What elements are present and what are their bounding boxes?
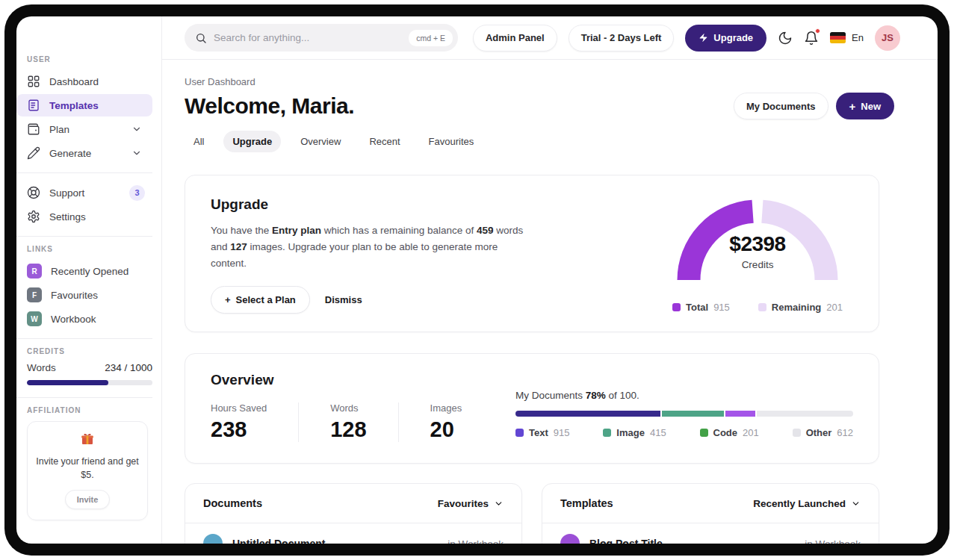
- dark-mode-toggle[interactable]: [778, 31, 793, 46]
- upgrade-card: Upgrade You have the Entry plan which ha…: [185, 175, 879, 332]
- template-avatar: [560, 534, 580, 544]
- legend-swatch: [603, 429, 611, 437]
- upgrade-card-actions: + Select a Plan Dismiss: [211, 286, 533, 314]
- sidebar-link-recently-opened[interactable]: R Recently Opened: [16, 260, 152, 282]
- plus-icon: +: [225, 294, 231, 305]
- language-label: En: [852, 32, 864, 43]
- documents-filter-dropdown[interactable]: Favourites: [438, 498, 504, 509]
- credits-value: 234 / 1000: [105, 362, 152, 373]
- document-lines-icon: [27, 99, 40, 112]
- stacked-progress-bar: [515, 411, 853, 417]
- sidebar-section-links: LINKS: [16, 245, 152, 253]
- templates-card: Templates Recently Launched Blog Post Ti…: [542, 483, 879, 544]
- sidebar-divider: [16, 397, 152, 398]
- title-row: Welcome, Maria. My Documents + New: [185, 93, 894, 119]
- legend-item-text: Text 915: [515, 427, 569, 438]
- gauge-value: $2398: [675, 232, 840, 256]
- link-initial-badge: W: [27, 311, 42, 326]
- legend-item-code: Code 201: [700, 427, 759, 438]
- sidebar-section-credits: CREDITS: [16, 347, 152, 355]
- sidebar-item-label: Workbook: [51, 314, 96, 325]
- sidebar-item-label: Templates: [49, 100, 99, 111]
- sidebar-item-label: Support: [49, 187, 84, 199]
- sidebar-link-favourites[interactable]: F Favourites: [16, 284, 152, 306]
- template-list-item[interactable]: Blog Post Title in Workbook: [542, 523, 879, 544]
- bar-segment-text: [515, 411, 660, 417]
- sidebar-item-generate[interactable]: Generate: [16, 142, 152, 164]
- chevron-down-icon: [130, 148, 143, 158]
- sidebar-item-plan[interactable]: Plan: [16, 118, 152, 140]
- tab-recent[interactable]: Recent: [360, 131, 409, 152]
- main-area: cmd + E Admin Panel Trial - 2 Days Left …: [162, 16, 938, 544]
- grid-icon: [27, 75, 40, 88]
- search-input[interactable]: [214, 32, 402, 43]
- bar-segment-other: [757, 411, 853, 417]
- upgrade-button[interactable]: Upgrade: [685, 25, 766, 52]
- trial-status-button[interactable]: Trial - 2 Days Left: [569, 25, 675, 52]
- topbar-right-group: Admin Panel Trial - 2 Days Left Upgrade …: [473, 25, 900, 52]
- sidebar-item-label: Generate: [49, 148, 91, 159]
- sidebar-item-support[interactable]: Support 3: [16, 181, 152, 204]
- sidebar: USER Dashboard Templates Plan Generate S…: [16, 16, 162, 544]
- invite-button[interactable]: Invite: [65, 490, 111, 509]
- overview-card-title: Overview: [211, 372, 493, 388]
- sidebar-link-workbook[interactable]: W Workbook: [16, 308, 152, 330]
- templates-card-header: Templates Recently Launched: [542, 484, 879, 523]
- gauge-chart: $2398 Credits: [675, 196, 840, 292]
- document-avatar: [203, 534, 223, 544]
- legend-item-image: Image 415: [603, 427, 666, 438]
- sidebar-item-dashboard[interactable]: Dashboard: [16, 70, 152, 93]
- documents-card-title: Documents: [203, 497, 262, 509]
- stat-words: Words 128: [298, 402, 397, 442]
- stat-hours-saved: Hours Saved 238: [211, 402, 298, 442]
- gauge-center: $2398 Credits: [675, 232, 840, 270]
- chevron-down-icon: [851, 499, 861, 508]
- select-plan-button[interactable]: + Select a Plan: [211, 286, 310, 314]
- sidebar-item-label: Dashboard: [49, 76, 99, 87]
- moon-icon: [778, 31, 793, 46]
- sidebar-section-affiliation: AFFILIATION: [16, 406, 152, 414]
- sidebar-item-label: Recently Opened: [51, 266, 128, 277]
- sidebar-item-label: Favourites: [51, 290, 98, 301]
- tab-overview[interactable]: Overview: [291, 131, 350, 152]
- credits-gauge: $2398 Credits Total 915 Remaining: [672, 196, 843, 314]
- upgrade-card-body: Upgrade You have the Entry plan which ha…: [211, 196, 533, 314]
- dismiss-button[interactable]: Dismiss: [325, 294, 362, 305]
- tab-upgrade[interactable]: Upgrade: [223, 131, 281, 152]
- credits-words-row: Words 234 / 1000: [16, 362, 152, 373]
- credits-label: Words: [27, 362, 56, 373]
- new-button-label: New: [861, 101, 881, 112]
- document-list-item[interactable]: Untitled Document in Workbook: [185, 523, 521, 544]
- upgrade-card-title: Upgrade: [211, 196, 533, 213]
- sidebar-item-settings[interactable]: Settings: [16, 205, 152, 228]
- admin-panel-button[interactable]: Admin Panel: [473, 25, 557, 52]
- lifebuoy-icon: [27, 186, 40, 199]
- title-actions: My Documents + New: [734, 93, 894, 119]
- chevron-down-icon: [130, 124, 143, 134]
- templates-filter-dropdown[interactable]: Recently Launched: [753, 498, 861, 509]
- documents-card: Documents Favourites Untitled Document i…: [185, 483, 522, 544]
- affiliation-text: Invite your friend and get $5.: [35, 455, 140, 482]
- support-count-badge: 3: [129, 185, 145, 201]
- template-name: Blog Post Title: [589, 538, 663, 544]
- device-frame: USER Dashboard Templates Plan Generate S…: [4, 4, 950, 556]
- user-avatar[interactable]: JS: [875, 25, 900, 51]
- gauge-legend: Total 915 Remaining 201: [672, 302, 843, 313]
- legend-swatch: [758, 303, 766, 311]
- breadcrumb: User Dashboard: [185, 76, 894, 87]
- search-bar: cmd + E: [185, 24, 458, 52]
- notifications-button[interactable]: [804, 31, 819, 46]
- my-documents-button[interactable]: My Documents: [734, 93, 828, 119]
- overview-card: Overview Hours Saved 238 Words 128 Image…: [185, 353, 879, 464]
- gear-icon: [27, 210, 40, 223]
- tab-all[interactable]: All: [185, 131, 213, 152]
- legend-item-remaining: Remaining 201: [758, 302, 843, 313]
- documents-card-header: Documents Favourites: [185, 484, 521, 523]
- link-initial-badge: R: [27, 264, 42, 279]
- document-name: Untitled Document: [232, 538, 325, 544]
- sidebar-item-templates[interactable]: Templates: [16, 94, 152, 116]
- language-switcher[interactable]: En: [830, 32, 864, 43]
- tab-favourites[interactable]: Favourites: [420, 131, 483, 152]
- new-button[interactable]: + New: [836, 93, 895, 119]
- sidebar-divider: [16, 236, 152, 237]
